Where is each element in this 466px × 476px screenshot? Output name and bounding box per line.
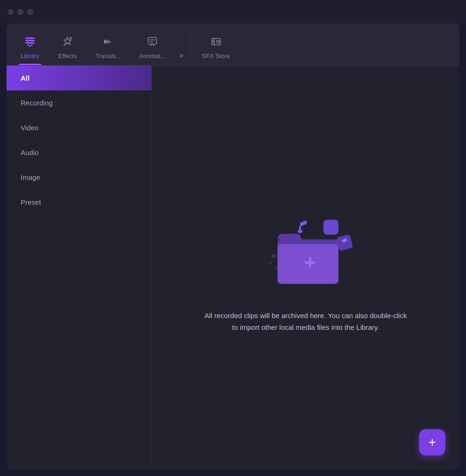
tab-transitions[interactable]: Transiti...: [86, 32, 130, 65]
sidebar-item-audio-label: Audio: [21, 149, 38, 156]
svg-point-15: [276, 266, 278, 268]
sidebar: All Recording Video Audio Image Preset: [7, 66, 152, 469]
add-media-button[interactable]: +: [419, 429, 445, 455]
titlebar-dot-close[interactable]: [8, 9, 14, 15]
effects-icon: [61, 36, 74, 50]
more-icon: »: [180, 51, 184, 60]
empty-state-illustration: [254, 202, 357, 296]
sidebar-item-all-label: All: [21, 74, 30, 82]
tab-library-label: Library: [21, 52, 39, 60]
tab-library[interactable]: Library: [11, 32, 49, 65]
annotations-icon: [146, 36, 158, 50]
content-area: All Recording Video Audio Image Preset: [7, 66, 459, 469]
more-tabs-button[interactable]: »: [175, 47, 188, 65]
sidebar-item-image-label: Image: [21, 173, 40, 181]
svg-rect-19: [305, 261, 315, 264]
sidebar-item-recording-label: Recording: [21, 99, 53, 107]
tab-effects-label: Effects: [58, 52, 77, 60]
sidebar-item-preset-label: Preset: [21, 198, 41, 206]
svg-rect-17: [278, 244, 338, 284]
sidebar-item-video[interactable]: Video: [7, 115, 151, 140]
svg-rect-24: [336, 234, 353, 251]
sfx-icon: [210, 36, 222, 50]
transitions-icon: [102, 36, 114, 50]
sidebar-item-image[interactable]: Image: [7, 165, 151, 190]
titlebar: [0, 0, 466, 23]
sidebar-item-video-label: Video: [21, 124, 38, 132]
svg-rect-2: [25, 37, 35, 39]
tab-effects[interactable]: Effects: [49, 32, 86, 65]
main-content[interactable]: All recorded clips will be archived here…: [152, 66, 459, 469]
svg-point-3: [70, 37, 72, 39]
sidebar-item-preset[interactable]: Preset: [7, 190, 151, 215]
svg-point-21: [298, 230, 302, 233]
sidebar-item-recording[interactable]: Recording: [7, 90, 151, 115]
svg-point-12: [272, 254, 276, 258]
nav-divider: [190, 33, 191, 56]
tab-sfx-label: SFX Store: [202, 52, 230, 60]
titlebar-dot-maximize[interactable]: [27, 9, 33, 15]
tab-transitions-label: Transiti...: [96, 52, 120, 60]
empty-state-description: All recorded clips will be archived here…: [203, 310, 409, 334]
svg-rect-1: [25, 40, 35, 41]
add-icon: +: [428, 435, 436, 450]
tab-annotations[interactable]: Annotat...: [130, 32, 175, 65]
sidebar-item-all[interactable]: All: [7, 66, 151, 90]
svg-rect-7: [148, 37, 157, 44]
library-icon: [24, 36, 36, 50]
sidebar-item-audio[interactable]: Audio: [7, 140, 151, 165]
tab-sfx-store[interactable]: SFX Store: [193, 32, 240, 65]
nav-tabs: Library Effects Transiti...: [7, 23, 459, 66]
svg-point-14: [269, 261, 272, 264]
app-window: Library Effects Transiti...: [7, 23, 459, 469]
tab-annotations-label: Annotat...: [139, 52, 165, 60]
svg-marker-6: [107, 39, 112, 44]
svg-rect-22: [323, 220, 338, 235]
svg-rect-0: [25, 42, 35, 44]
titlebar-dot-minimize[interactable]: [17, 9, 23, 15]
svg-point-4: [64, 45, 65, 46]
